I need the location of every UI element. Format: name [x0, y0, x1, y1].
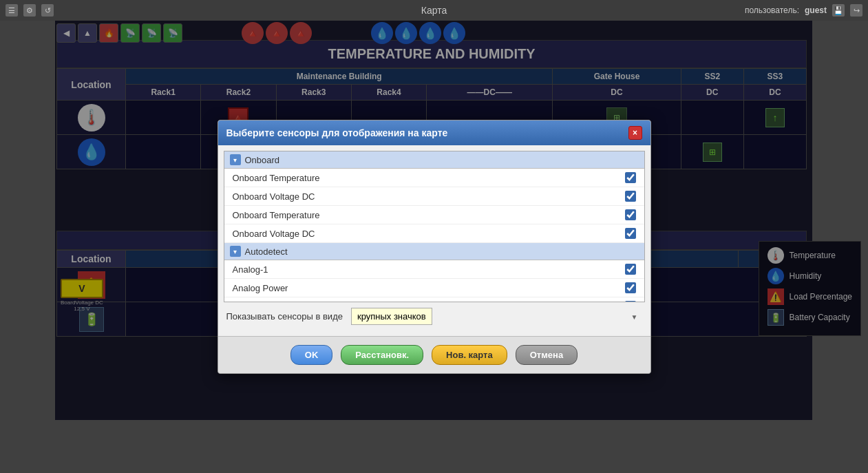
sensor-check-analog-power[interactable]	[625, 282, 636, 293]
show-as-label: Показывать сенсоры в виде	[226, 311, 343, 322]
title-text: Карта	[421, 5, 447, 16]
menu-icon[interactable]: ☰	[6, 4, 18, 17]
select-arrow-icon: ▼	[631, 313, 638, 320]
onboard-group-label: Onboard	[245, 155, 280, 165]
modal-title: Выберите сенсоры для отображения на карт…	[226, 127, 448, 138]
layout-button[interactable]: Расстановк.	[341, 345, 423, 365]
modal-header: Выберите сенсоры для отображения на карт…	[218, 120, 650, 145]
sensor-label-analog-1: Analog-1	[233, 264, 268, 275]
modal-footer: OK Расстановк. Нов. карта Отмена	[218, 336, 650, 373]
user-label: пользователь:	[745, 6, 799, 15]
sensor-check-onboard-temp-1[interactable]	[625, 172, 636, 183]
save-icon[interactable]: 💾	[832, 4, 845, 17]
main-area: ◀ ▲ 🔥 📡 📡 📡 🔺 🔺 🔺 💧 💧 💧 💧 TEMPERATURE AN…	[0, 21, 868, 473]
sensor-check-onboard-temp-2[interactable]	[625, 209, 636, 220]
top-bar-left: ☰ ⚙ ↺	[6, 4, 54, 17]
show-as-select-wrapper: крупных значков мелких значков текста ▼	[351, 308, 642, 325]
autodetect-group-label: Autodetect	[245, 246, 288, 257]
sensor-row-analog-power: Analog Power	[224, 279, 644, 297]
sensor-check-analog-1b[interactable]	[625, 301, 636, 302]
modal-close-btn[interactable]: ×	[628, 126, 642, 140]
sensor-list-container[interactable]: ▾ Onboard Onboard Temperature Onboard Vo…	[224, 151, 645, 302]
logout-icon[interactable]: ↪	[850, 4, 862, 17]
sensor-label-onboard-temp-1: Onboard Temperature	[233, 173, 320, 183]
top-bar-right: пользователь: guest 💾 ↪	[745, 4, 862, 17]
sensor-row-onboard-temp-2: Onboard Temperature	[224, 206, 644, 224]
newmap-button[interactable]: Нов. карта	[432, 345, 507, 365]
sensor-row-analog-1b: Analog-1	[224, 297, 644, 302]
cancel-button[interactable]: Отмена	[516, 345, 578, 365]
sensor-row-onboard-volt-2: Onboard Voltage DC	[224, 224, 644, 243]
onboard-group-header[interactable]: ▾ Onboard	[224, 151, 644, 169]
sensor-label-onboard-volt-1: Onboard Voltage DC	[233, 191, 315, 202]
sensor-check-onboard-volt-2[interactable]	[625, 228, 636, 239]
show-as-select[interactable]: крупных значков мелких значков текста	[351, 308, 432, 325]
username: guest	[805, 6, 827, 15]
autodetect-toggle[interactable]: ▾	[230, 246, 241, 257]
page-title: Карта	[421, 5, 447, 16]
refresh-icon[interactable]: ↺	[41, 4, 54, 17]
sensor-row-onboard-temp-1: Onboard Temperature	[224, 169, 644, 187]
modal-dialog: Выберите сенсоры для отображения на карт…	[218, 120, 651, 374]
sensor-label-onboard-temp-2: Onboard Temperature	[233, 210, 320, 220]
sensor-label-onboard-volt-2: Onboard Voltage DC	[233, 229, 315, 239]
sensor-label-analog-1b: Analog-1	[233, 302, 268, 303]
sensor-row-onboard-volt-1: Onboard Voltage DC	[224, 187, 644, 206]
onboard-toggle[interactable]: ▾	[230, 154, 241, 165]
sensor-row-analog-1: Analog-1	[224, 260, 644, 279]
sensor-check-analog-1[interactable]	[625, 264, 636, 275]
show-as-row: Показывать сенсоры в виде крупных значко…	[224, 302, 645, 330]
top-bar: ☰ ⚙ ↺ Карта пользователь: guest 💾 ↪	[0, 0, 868, 21]
modal-body: ▾ Onboard Onboard Temperature Onboard Vo…	[218, 145, 650, 336]
ok-button[interactable]: OK	[290, 345, 333, 365]
autodetect-group-header[interactable]: ▾ Autodetect	[224, 243, 644, 260]
sensor-check-onboard-volt-1[interactable]	[625, 191, 636, 202]
settings-icon[interactable]: ⚙	[23, 4, 36, 17]
modal-overlay: Выберите сенсоры для отображения на карт…	[0, 21, 868, 473]
sensor-label-analog-power: Analog Power	[233, 283, 288, 293]
